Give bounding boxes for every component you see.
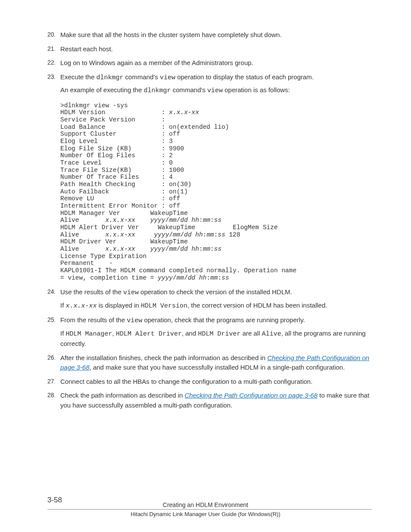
footer-guide-title: Hitachi Dynamic Link Manager User Guide … [0, 510, 411, 517]
step-text: After the installation finishes, check t… [60, 354, 369, 371]
step-21: 21. Restart each host. [47, 44, 372, 54]
step-25: 25. From the results of the view operati… [47, 315, 372, 349]
step-23: 23. Execute the dlnkmgr command's view o… [47, 72, 372, 96]
page-number: 3-58 [47, 496, 62, 504]
step-22: 22. Log on to Windows again as a member … [47, 58, 372, 68]
step-text: Restart each host. [60, 45, 113, 53]
code-output: >dlnkmgr view -sys HDLM Version : x.x.x-… [60, 102, 372, 282]
step-example: An example of executing the dlnkmgr comm… [60, 85, 372, 96]
step-20: 20. Make sure that all the hosts in the … [47, 30, 372, 40]
step-list-cont: 24. Use the results of the view operatio… [47, 287, 372, 410]
step-text: Connect cables to all the HBAs to change… [60, 378, 312, 385]
step-text: From the results of the view operation, … [60, 316, 305, 324]
step-list: 20. Make sure that all the hosts in the … [47, 30, 372, 96]
step-text: Check the path information as described … [60, 392, 369, 409]
step-note: If HDLM Manager, HDLM Alert Driver, and … [60, 329, 372, 349]
step-text: Execute the dlnkmgr command's view opera… [60, 73, 314, 81]
step-26: 26. After the installation finishes, che… [47, 353, 372, 373]
page-footer: 3-58 Creating an HDLM Environment Hitach… [0, 501, 411, 517]
link-checking-path[interactable]: Checking the Path Configuration on page … [185, 392, 318, 399]
step-text: Make sure that all the hosts in the clus… [60, 31, 282, 38]
step-28: 28. Check the path information as descri… [47, 391, 372, 410]
step-text: Use the results of the view operation to… [60, 288, 292, 296]
step-note: If x.x.x-xx is displayed in HDLM Version… [60, 301, 372, 311]
step-27: 27. Connect cables to all the HBAs to ch… [47, 377, 372, 387]
step-text: Log on to Windows again as a member of t… [60, 59, 253, 66]
step-24: 24. Use the results of the view operatio… [47, 287, 372, 311]
